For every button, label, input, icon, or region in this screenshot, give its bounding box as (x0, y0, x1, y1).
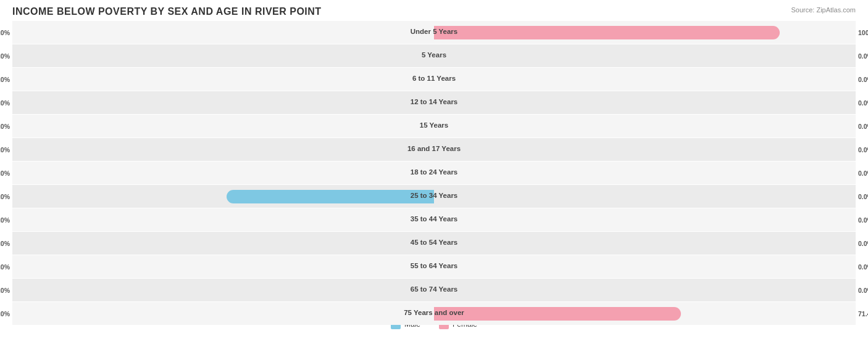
left-section: 0.0% (12, 138, 434, 161)
left-section: 0.0% (12, 232, 434, 255)
right-section: 0.0% (434, 185, 856, 208)
female-value-label: 0.0% (858, 287, 868, 294)
female-value-label: 0.0% (858, 170, 868, 177)
source-text: Source: ZipAtlas.com (791, 6, 856, 14)
right-section: 71.4% (434, 302, 856, 325)
right-section: 0.0% (434, 138, 856, 161)
female-value-label: 0.0% (858, 52, 868, 60)
left-section: 0.0% (12, 255, 434, 278)
left-section: 0.0% (12, 162, 434, 184)
left-section: 0.0% (12, 279, 434, 301)
female-value-label: 0.0% (858, 240, 868, 247)
left-section: 0.0% (12, 208, 434, 231)
right-section: 0.0% (434, 91, 856, 114)
male-value-label: 0.0% (0, 216, 10, 224)
male-value-label: 60.0% (0, 193, 10, 200)
female-value-label: 0.0% (858, 146, 868, 154)
left-section: 60.0% (12, 185, 434, 208)
bar-row: 0.0% 45 to 54 Years 0.0% (12, 232, 856, 255)
male-value-label: 0.0% (0, 170, 10, 177)
left-section: 0.0% (12, 68, 434, 91)
right-section: 0.0% (434, 115, 856, 137)
female-value-label: 0.0% (858, 123, 868, 130)
male-value-label: 0.0% (0, 240, 10, 247)
bar-row: 60.0% 25 to 34 Years 0.0% (12, 185, 856, 208)
right-section: 0.0% (434, 68, 856, 91)
left-section: 0.0% (12, 115, 434, 137)
female-value-label: 0.0% (858, 99, 868, 107)
male-bar (227, 190, 434, 203)
female-bar (434, 26, 780, 39)
bar-row: 0.0% 18 to 24 Years 0.0% (12, 162, 856, 184)
bar-row: 0.0% 65 to 74 Years 0.0% (12, 279, 856, 301)
bar-row: 0.0% 75 Years and over 71.4% (12, 302, 856, 325)
bar-row: 0.0% 55 to 64 Years 0.0% (12, 255, 856, 278)
right-section: 100.0% (434, 21, 856, 44)
female-value-label: 71.4% (858, 310, 868, 317)
chart-area: 0.0% Under 5 Years 100.0% 0.0% 5 Years 0… (12, 21, 856, 303)
bar-row: 0.0% 35 to 44 Years 0.0% (12, 208, 856, 231)
male-value-label: 0.0% (0, 52, 10, 60)
female-value-label: 100.0% (858, 29, 868, 36)
left-section: 0.0% (12, 91, 434, 114)
female-value-label: 0.0% (858, 76, 868, 83)
right-section: 0.0% (434, 279, 856, 301)
right-section: 0.0% (434, 232, 856, 255)
male-value-label: 0.0% (0, 287, 10, 294)
left-section: 0.0% (12, 44, 434, 67)
left-section: 0.0% (12, 21, 434, 44)
male-value-label: 0.0% (0, 99, 10, 107)
bar-row: 0.0% 12 to 14 Years 0.0% (12, 91, 856, 114)
male-value-label: 0.0% (0, 123, 10, 130)
right-section: 0.0% (434, 208, 856, 231)
female-value-label: 0.0% (858, 216, 868, 224)
bar-row: 0.0% Under 5 Years 100.0% (12, 21, 856, 44)
male-value-label: 0.0% (0, 146, 10, 154)
male-value-label: 0.0% (0, 76, 10, 83)
bar-row: 0.0% 6 to 11 Years 0.0% (12, 68, 856, 91)
bar-row: 0.0% 16 and 17 Years 0.0% (12, 138, 856, 161)
chart-container: INCOME BELOW POVERTY BY SEX AND AGE IN R… (0, 0, 868, 344)
right-section: 0.0% (434, 255, 856, 278)
right-section: 0.0% (434, 162, 856, 184)
female-value-label: 0.0% (858, 263, 868, 271)
chart-title: INCOME BELOW POVERTY BY SEX AND AGE IN R… (12, 6, 856, 17)
male-value-label: 0.0% (0, 29, 10, 36)
female-bar (434, 307, 681, 321)
bar-row: 0.0% 5 Years 0.0% (12, 44, 856, 67)
bar-row: 0.0% 15 Years 0.0% (12, 115, 856, 137)
right-section: 0.0% (434, 44, 856, 67)
female-value-label: 0.0% (858, 193, 868, 200)
male-value-label: 0.0% (0, 263, 10, 271)
male-value-label: 0.0% (0, 310, 10, 317)
left-section: 0.0% (12, 302, 434, 325)
